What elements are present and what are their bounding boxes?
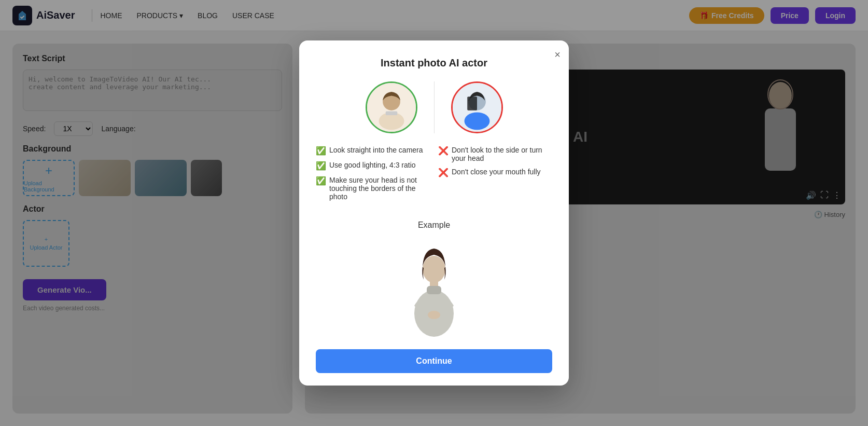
good-rules: ✅ Look straight into the camera ✅ Use go… (316, 146, 430, 206)
modal-rules-container: ✅ Look straight into the camera ✅ Use go… (316, 146, 552, 206)
modal-examples-row (316, 81, 552, 133)
bad-avatar (451, 81, 503, 133)
rule-item-3: ✅ Make sure your head is not touching th… (316, 176, 430, 201)
svg-rect-10 (467, 97, 477, 110)
svg-point-13 (423, 256, 445, 283)
good-avatar (366, 81, 417, 133)
example-woman (316, 238, 552, 337)
example-label: Example (316, 221, 552, 230)
check-icon-1: ✅ (316, 146, 326, 156)
rule-text-1: Look straight into the camera (329, 146, 423, 154)
cross-icon-2: ❌ (438, 168, 449, 177)
cross-icon-1: ❌ (438, 146, 449, 156)
rule-text-3: Make sure your head is not touching the … (329, 176, 430, 201)
svg-rect-14 (427, 286, 441, 294)
bad-rules: ❌ Don't look to the side or turn your he… (438, 146, 552, 206)
modal-close-button[interactable]: × (554, 49, 561, 61)
modal-title: Instant photo AI actor (316, 57, 552, 69)
rule-item-1: ✅ Look straight into the camera (316, 146, 430, 156)
check-icon-2: ✅ (316, 161, 326, 171)
check-icon-3: ✅ (316, 176, 326, 186)
rule-item-bad-2: ❌ Don't close your mouth fully (438, 168, 552, 177)
modal-divider (434, 81, 435, 133)
rule-item-2: ✅ Use good lighting, 4:3 ratio (316, 161, 430, 171)
good-example-card (366, 81, 417, 133)
modal-overlay[interactable]: × Instant photo AI actor (0, 0, 868, 426)
continue-button[interactable]: Continue (316, 349, 552, 373)
rule-text-2: Use good lighting, 4:3 ratio (329, 161, 416, 169)
modal: × Instant photo AI actor (299, 40, 569, 386)
rule-item-bad-1: ❌ Don't look to the side or turn your he… (438, 146, 552, 162)
svg-rect-6 (385, 112, 397, 116)
svg-point-9 (464, 112, 489, 130)
bad-example-card (451, 81, 503, 133)
svg-point-15 (428, 311, 440, 319)
rule-text-bad-2: Don't close your mouth fully (452, 168, 541, 176)
rule-text-bad-1: Don't look to the side or turn your head (452, 146, 552, 162)
